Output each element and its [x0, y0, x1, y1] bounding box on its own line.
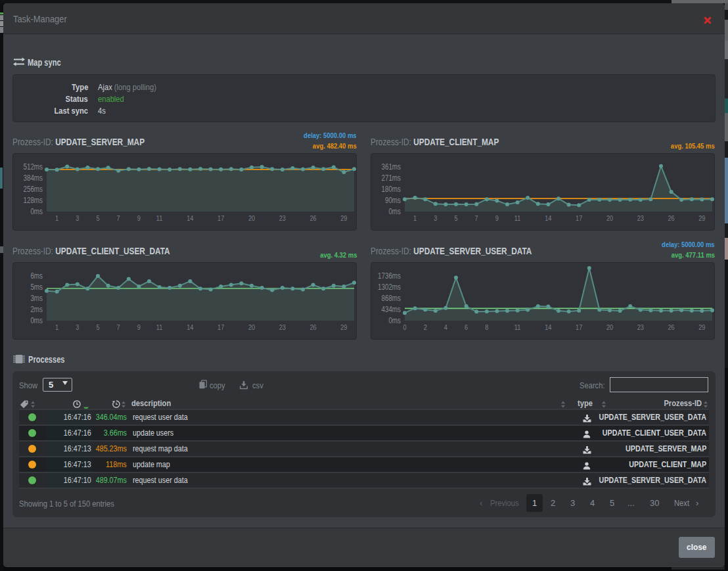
svg-text:0ms: 0ms — [30, 316, 43, 325]
svg-text:1302ms: 1302ms — [378, 283, 401, 291]
svg-text:7: 7 — [117, 214, 120, 222]
svg-text:29: 29 — [340, 323, 347, 331]
svg-text:180ms: 180ms — [381, 185, 401, 193]
svg-text:11: 11 — [514, 214, 521, 222]
svg-text:2ms: 2ms — [30, 305, 43, 313]
svg-text:20: 20 — [248, 214, 255, 222]
svg-text:11: 11 — [514, 323, 521, 331]
svg-text:11: 11 — [156, 214, 163, 222]
svg-text:1: 1 — [55, 323, 58, 331]
svg-text:7: 7 — [117, 323, 120, 331]
svg-text:29: 29 — [698, 214, 705, 222]
svg-text:14: 14 — [545, 214, 551, 222]
svg-text:1: 1 — [55, 214, 58, 222]
svg-text:3: 3 — [76, 323, 79, 331]
svg-text:7: 7 — [475, 214, 478, 222]
svg-text:8: 8 — [485, 323, 488, 331]
svg-text:17: 17 — [217, 214, 224, 222]
svg-text:271ms: 271ms — [381, 173, 401, 182]
svg-text:0ms: 0ms — [30, 207, 43, 216]
svg-text:29: 29 — [340, 214, 347, 222]
svg-text:17: 17 — [576, 323, 582, 331]
svg-text:0: 0 — [403, 323, 406, 331]
svg-text:5ms: 5ms — [30, 283, 43, 291]
svg-text:23: 23 — [637, 214, 644, 222]
svg-text:5: 5 — [454, 214, 457, 222]
svg-text:26: 26 — [668, 323, 674, 331]
svg-text:128ms: 128ms — [23, 196, 43, 204]
svg-text:434ms: 434ms — [381, 305, 401, 313]
svg-text:1: 1 — [413, 214, 417, 222]
svg-text:3: 3 — [434, 214, 437, 222]
svg-text:9: 9 — [137, 323, 141, 331]
svg-text:9: 9 — [495, 214, 499, 222]
svg-text:1736ms: 1736ms — [378, 271, 401, 280]
svg-text:868ms: 868ms — [381, 294, 401, 302]
svg-text:256ms: 256ms — [23, 185, 43, 193]
svg-text:361ms: 361ms — [381, 162, 401, 171]
svg-text:0ms: 0ms — [388, 207, 401, 216]
svg-text:14: 14 — [187, 214, 193, 222]
svg-text:6ms: 6ms — [30, 271, 43, 280]
svg-text:17: 17 — [217, 323, 224, 331]
svg-text:20: 20 — [606, 323, 613, 331]
svg-text:11: 11 — [156, 323, 163, 331]
svg-text:23: 23 — [279, 323, 286, 331]
svg-text:26: 26 — [668, 214, 674, 222]
svg-text:5: 5 — [96, 323, 99, 331]
svg-text:6: 6 — [465, 323, 468, 331]
svg-text:14: 14 — [545, 323, 551, 331]
svg-text:0ms: 0ms — [388, 316, 401, 325]
svg-text:9: 9 — [137, 214, 141, 222]
svg-text:26: 26 — [309, 323, 316, 331]
svg-text:4: 4 — [444, 323, 447, 331]
svg-text:17: 17 — [576, 214, 582, 222]
svg-text:14: 14 — [187, 323, 193, 331]
svg-text:3: 3 — [76, 214, 79, 222]
svg-text:23: 23 — [279, 214, 286, 222]
svg-text:2: 2 — [424, 323, 427, 331]
svg-text:26: 26 — [309, 214, 316, 222]
svg-text:512ms: 512ms — [23, 162, 43, 171]
svg-text:29: 29 — [698, 323, 705, 331]
svg-text:90ms: 90ms — [385, 196, 401, 204]
svg-text:20: 20 — [606, 214, 613, 222]
svg-text:5: 5 — [96, 214, 99, 222]
svg-text:20: 20 — [248, 323, 255, 331]
svg-text:384ms: 384ms — [23, 173, 43, 182]
svg-text:3ms: 3ms — [30, 294, 43, 302]
svg-text:23: 23 — [637, 323, 644, 331]
